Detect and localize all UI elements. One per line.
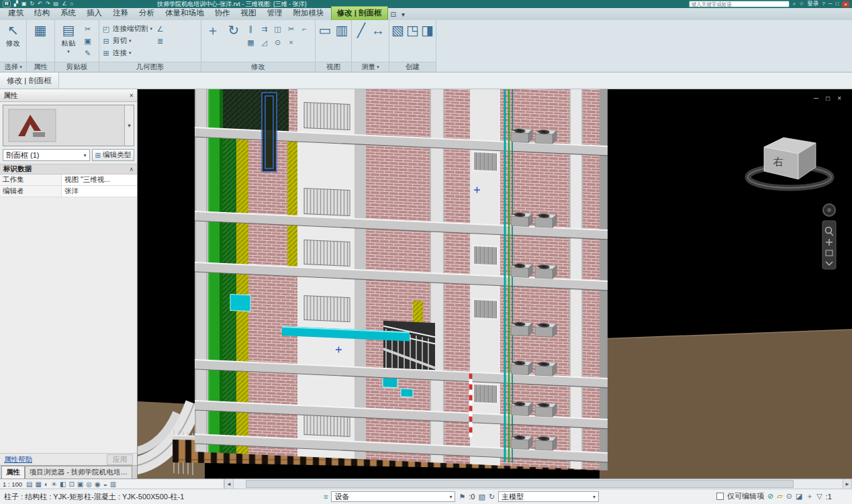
login-label[interactable]: 登录 xyxy=(807,0,818,8)
restore-icon[interactable]: □ xyxy=(826,95,830,102)
temp-view-icon[interactable]: ▥ xyxy=(110,480,116,489)
type-selector[interactable]: ▾ xyxy=(3,105,134,146)
search-icon[interactable]: ⌕ xyxy=(793,1,796,7)
minimize-icon[interactable]: ─ xyxy=(814,95,818,102)
reload-latest-icon[interactable]: ↻ xyxy=(489,493,495,501)
help-icon[interactable]: ? xyxy=(822,1,824,7)
pin-icon[interactable]: ⊙ xyxy=(272,37,283,48)
ribbon-tab-view[interactable]: 视图 xyxy=(236,7,262,20)
join-cut-button[interactable]: ◰ 连接端切割 ▾ xyxy=(101,23,152,34)
ribbon-tab-structure[interactable]: 结构 xyxy=(29,7,55,20)
3d-model-view[interactable]: 右 xyxy=(138,89,852,478)
navigation-bar[interactable] xyxy=(822,204,836,269)
panel-label-clipboard[interactable]: 剪贴板 xyxy=(55,62,99,72)
properties-help-link[interactable]: 属性帮助 xyxy=(4,455,32,464)
ribbon-tab-architecture[interactable]: 建筑 xyxy=(3,7,29,20)
properties-header[interactable]: 属性 × xyxy=(0,89,137,102)
split-icon[interactable]: ✂ xyxy=(285,23,297,34)
panel-label-geometry[interactable]: 几何图形 xyxy=(99,62,201,72)
star-icon[interactable]: ☆ xyxy=(799,1,804,7)
close-icon[interactable]: × xyxy=(130,91,134,99)
cut-icon[interactable]: ✂ xyxy=(82,23,93,34)
collapse-icon[interactable]: ∧ xyxy=(129,166,134,172)
search-input[interactable] xyxy=(689,1,790,7)
thin-lines-button[interactable]: ▭ xyxy=(318,22,332,38)
panel-label-modify[interactable]: 修改 xyxy=(201,62,315,72)
editing-requests-icon[interactable]: ⚑ xyxy=(459,493,465,501)
ribbon-tab-systems[interactable]: 系统 xyxy=(55,7,81,20)
dimension-button[interactable]: ↔ xyxy=(371,22,385,38)
create-group-button[interactable]: ▧ xyxy=(391,22,404,38)
move-button[interactable]: ＋ xyxy=(203,22,222,38)
panel-label-properties[interactable]: 属性 xyxy=(27,62,54,72)
active-workset-select[interactable]: 设备 ▾ xyxy=(331,491,455,502)
worksharing-display-icon[interactable]: ◒ xyxy=(103,480,107,489)
active-workset-icon[interactable]: ≡ xyxy=(324,493,328,501)
tab-project-browser[interactable]: 项目浏览器 - 技师学院机电培训... xyxy=(25,466,132,478)
scroll-left-icon[interactable]: ◄ xyxy=(224,479,234,489)
array-icon[interactable]: ▦ xyxy=(245,37,256,48)
chevron-down-icon[interactable]: ▾ xyxy=(124,105,134,146)
shadows-icon[interactable]: ◧ xyxy=(60,480,66,489)
panel-label-select[interactable]: 选择 ▾ xyxy=(0,62,26,72)
scrollbar-thumb[interactable] xyxy=(246,480,794,488)
reveal-hidden-icon[interactable]: ◉ xyxy=(95,480,101,489)
ribbon-tab-manage[interactable]: 管理 xyxy=(262,7,288,20)
detail-level-icon[interactable]: ▦ xyxy=(36,480,42,489)
ribbon-tab-massing-site[interactable]: 体量和场地 xyxy=(160,7,209,20)
create-similar-button[interactable]: ◳ xyxy=(406,22,419,38)
trim-icon[interactable]: ⌐ xyxy=(299,23,310,34)
create-component-button[interactable]: ◨ xyxy=(421,22,434,38)
wall-join-icon[interactable]: ≣ xyxy=(154,36,166,46)
select-pinned-icon[interactable]: ⊙ xyxy=(786,492,792,501)
tab-properties[interactable]: 属性 xyxy=(1,466,25,478)
selected-section-box[interactable] xyxy=(262,93,277,172)
beam-join-icon[interactable]: ∠ xyxy=(154,23,166,34)
panel-label-measure[interactable]: 测量 ▾ xyxy=(352,62,389,72)
panel-label-view[interactable]: 视图 xyxy=(316,62,351,72)
scale-icon[interactable]: ◿ xyxy=(258,37,270,48)
paste-button[interactable]: ▤ 粘贴 ▾ xyxy=(57,22,80,54)
ribbon-tab-modify-section-box[interactable]: 修改 | 剖面框 xyxy=(331,6,388,20)
view-scale[interactable]: 1 : 100 xyxy=(3,481,22,488)
worksets-dialog-icon[interactable]: ▧ xyxy=(478,493,485,501)
hide-isolate-icon[interactable]: ◎ xyxy=(86,480,92,489)
drag-on-selection-icon[interactable]: ＋ xyxy=(806,491,813,501)
close-icon[interactable]: × xyxy=(837,95,841,102)
minimize-icon[interactable]: ─ xyxy=(829,1,833,7)
show-crop-icon[interactable]: ▣ xyxy=(77,480,83,489)
mirror-icon[interactable]: ◫ xyxy=(272,23,283,34)
select-underlay-icon[interactable]: ▱ xyxy=(777,492,782,501)
paper-size-icon[interactable]: ▤ xyxy=(26,480,32,489)
modify-button[interactable]: ↖ 修改 xyxy=(2,22,24,48)
match-type-icon[interactable]: ✎ xyxy=(82,48,93,58)
select-by-face-icon[interactable]: ◪ xyxy=(796,492,802,501)
design-option-select[interactable]: 主模型 ▾ xyxy=(498,491,599,502)
select-links-icon[interactable]: ⊘ xyxy=(767,492,773,501)
group-identity-data[interactable]: 标识数据 ∧ xyxy=(0,164,137,174)
hide-elements-button[interactable]: ▥ xyxy=(334,22,349,38)
edit-type-button[interactable]: ⊞ 编辑类型 xyxy=(92,149,134,161)
close-icon[interactable]: × xyxy=(842,1,849,7)
editable-only-checkbox[interactable] xyxy=(716,493,724,500)
ribbon-tab-analyze[interactable]: 分析 xyxy=(134,7,160,20)
ribbon-tab-addins[interactable]: 附加模块 xyxy=(288,7,330,20)
join-geometry-button[interactable]: ⊞ 连接 ▾ xyxy=(101,48,152,58)
delete-icon[interactable]: × xyxy=(285,37,297,48)
drawing-area[interactable]: 右 ─ □ × xyxy=(138,89,852,478)
horizontal-scrollbar[interactable]: ◄ ► xyxy=(224,479,852,489)
ribbon-tab-collaborate[interactable]: 协作 xyxy=(209,7,236,20)
property-value[interactable]: 张洋 xyxy=(62,186,137,197)
ribbon-overflow-icon[interactable]: ⊡ xyxy=(388,9,399,20)
view-cube-face-label[interactable]: 右 xyxy=(773,156,784,167)
type-filter-select[interactable]: 剖面框 (1) ▾ xyxy=(3,149,90,161)
building-model[interactable] xyxy=(195,89,608,470)
copy-icon[interactable]: ▣ xyxy=(82,36,93,46)
restore-icon[interactable]: □ xyxy=(835,1,839,7)
measure-button[interactable]: ╱ xyxy=(354,22,369,38)
cut-geometry-button[interactable]: ⊟ 剪切 ▾ xyxy=(101,36,152,46)
sun-icon[interactable]: ☀ xyxy=(51,480,57,489)
apply-button[interactable]: 应用 xyxy=(107,454,133,465)
ribbon-tab-insert[interactable]: 插入 xyxy=(81,7,107,20)
scroll-right-icon[interactable]: ► xyxy=(843,479,852,489)
